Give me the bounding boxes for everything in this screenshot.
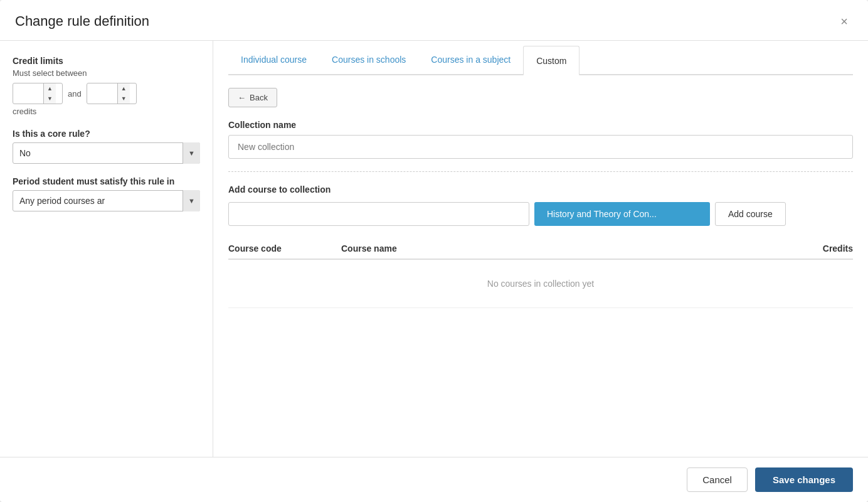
table-header: Course code Course name Credits [228,238,853,260]
credit-max-down-btn[interactable]: ▼ [118,93,130,104]
add-course-row: ARCH11129 History and Theory of Con... A… [228,202,853,226]
col-credits-header: Credits [778,243,853,254]
empty-state: No courses in collection yet [228,260,853,308]
right-panel: Individual course Courses in schools Cou… [213,41,868,457]
course-name-button[interactable]: History and Theory of Con... [534,202,710,226]
tab-custom[interactable]: Custom [523,46,580,75]
tab-schools[interactable]: Courses in schools [319,46,418,75]
close-button[interactable]: × [835,13,853,30]
course-code-input[interactable]: ARCH11129 [228,202,529,226]
left-panel: Credit limits Must select between 40 ▲ ▼… [0,41,213,457]
modal-footer: Cancel Save changes [0,457,868,502]
save-changes-button[interactable]: Save changes [755,467,853,492]
credit-min-input[interactable]: 40 [13,85,43,102]
collection-name-input[interactable] [228,135,853,159]
modal-dialog: Change rule definition × Credit limits M… [0,0,868,502]
period-select-wrapper: Any period courses ar ▼ [13,190,200,211]
content-area: ← Back Collection name Add course to col… [228,75,853,321]
tab-individual[interactable]: Individual course [228,46,319,75]
modal-title: Change rule definition [15,13,149,29]
and-label: and [68,89,82,99]
period-label: Period student must satisfy this rule in [13,176,200,186]
collection-name-label: Collection name [228,120,853,130]
credit-max-spinner: 40 ▲ ▼ [87,83,137,104]
credit-max-up-btn[interactable]: ▲ [118,83,130,93]
credit-min-down-btn[interactable]: ▼ [44,93,56,104]
col-code-header: Course code [228,243,341,254]
add-course-button[interactable]: Add course [715,202,786,226]
credit-min-up-btn[interactable]: ▲ [44,83,56,93]
period-select[interactable]: Any period courses ar [13,190,200,211]
core-rule-label: Is this a core rule? [13,129,200,139]
tab-subject[interactable]: Courses in a subject [418,46,523,75]
back-button[interactable]: ← Back [228,88,277,107]
must-select-label: Must select between [13,68,200,78]
credit-row: 40 ▲ ▼ and 40 ▲ ▼ [13,83,200,104]
credit-limits-label: Credit limits [13,56,200,66]
period-section: Period student must satisfy this rule in… [13,176,200,211]
core-rule-select[interactable]: No Yes [13,142,200,164]
core-rule-select-wrapper: No Yes ▼ [13,142,200,164]
back-label: Back [250,93,268,102]
tabs: Individual course Courses in schools Cou… [228,46,853,75]
cancel-button[interactable]: Cancel [687,467,748,492]
credit-max-input[interactable]: 40 [87,85,117,102]
col-name-header: Course name [341,243,778,254]
back-arrow-icon: ← [238,93,246,102]
credit-min-spinner: 40 ▲ ▼ [13,83,63,104]
credit-min-spinner-btns: ▲ ▼ [43,83,56,104]
add-course-label: Add course to collection [228,184,853,195]
credits-suffix: credits [13,107,200,116]
modal-body: Credit limits Must select between 40 ▲ ▼… [0,41,868,457]
credit-max-spinner-btns: ▲ ▼ [117,83,130,104]
modal-header: Change rule definition × [0,0,868,41]
divider [228,171,853,172]
core-rule-section: Is this a core rule? No Yes ▼ [13,129,200,164]
